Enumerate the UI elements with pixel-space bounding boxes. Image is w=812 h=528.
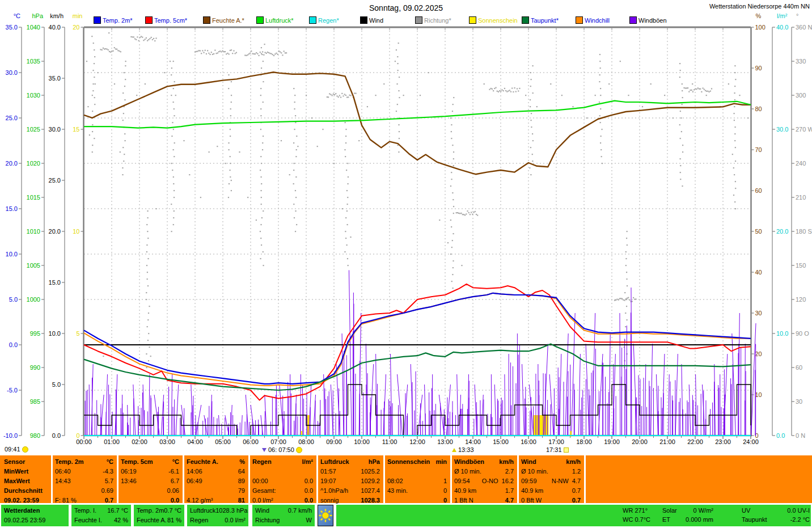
direction-dot [452,288,454,289]
direction-dot [334,94,335,95]
direction-dot [452,240,453,241]
status-datetime: 09.02.25 23:59 [4,516,66,525]
direction-dot [345,231,346,232]
direction-dot [173,149,174,150]
direction-dot [149,306,150,307]
direction-dot [680,158,681,159]
direction-dot [231,190,232,191]
direction-dot [495,87,496,88]
table-cell-row [387,467,447,475]
direction-dot [225,51,226,52]
direction-dot [146,367,147,368]
direction-dot [509,90,510,91]
direction-dot [511,87,513,88]
direction-dot [735,79,736,80]
direction-dot [697,87,699,88]
axis-tick-label: 1005 [27,262,40,269]
direction-dot [94,138,95,139]
sunrise-annotation: 06: 07:50 [262,446,302,453]
direction-dot [263,136,264,137]
axis-tick-label: 100 [755,24,766,31]
gust-spike [171,374,172,436]
direction-dot [626,238,627,239]
direction-dot [572,106,573,107]
direction-dot [173,61,174,62]
direction-dot [151,37,152,38]
direction-dot [103,356,104,357]
direction-dot [453,151,454,153]
direction-dot [249,53,251,54]
gust-spike [242,415,242,436]
direction-dot [215,53,217,54]
direction-dot [344,94,345,95]
direction-dot [466,213,467,214]
axis-tick-label: -10.0 [3,432,18,439]
direction-dot [625,258,627,259]
direction-dot [147,217,148,218]
direction-dot [600,88,601,89]
axis-tick-label: 150 [796,262,806,269]
status-box-0: Temp. I.16.7 °CFeuchte I.42 % [71,505,131,526]
direction-dot [620,61,621,62]
gust-spike [149,374,150,436]
axis-unit-label: °C [14,12,20,19]
row-label: MaxWert [4,476,49,485]
direction-dot [397,70,399,71]
table-cell-row: 19:071029.2 [320,476,380,485]
axis-tick-label: 25.0 [49,177,61,184]
table-cell-row: 43 min.0 [387,486,447,495]
direction-dot [92,111,93,112]
direction-dot [174,156,175,157]
direction-dot [262,149,263,150]
gust-spike [689,385,691,436]
direction-dot [626,272,627,273]
gust-spike [211,395,212,436]
direction-dot [205,50,206,51]
axis-tick-label: 15 [73,126,79,133]
direction-dot [133,36,134,37]
direction-dot [679,77,680,78]
direction-dot [344,149,345,150]
moon-time-label: 09:41 [5,446,20,453]
direction-dot [230,156,231,157]
axis-tick-label: 0.0 [9,341,18,348]
axis-tick-label: 985 [30,398,40,405]
x-axis-label: 06:00 [243,438,259,445]
direction-dot [632,301,633,302]
direction-dot [346,96,348,98]
direction-dot [120,151,121,153]
gust-spike [494,385,496,436]
direction-dot [626,278,627,280]
direction-dot [231,102,232,103]
direction-dot [146,265,147,266]
direction-dot [274,53,276,54]
direction-dot [147,319,149,320]
direction-dot [293,142,294,143]
direction-dot [601,129,602,130]
direction-dot [329,93,330,94]
direction-dot [682,104,683,105]
direction-dot [295,122,296,123]
direction-dot [296,224,297,225]
direction-dot [616,299,618,300]
direction-dot [147,258,149,259]
x-axis-label: 19:00 [604,438,620,445]
direction-dot [338,96,339,98]
direction-dot [148,333,149,334]
weather-symbol-sun-icon [318,505,333,526]
direction-dot [450,117,451,119]
direction-dot [106,48,107,49]
direction-dot [251,50,252,52]
direction-dot [514,87,515,88]
direction-dot [472,214,473,215]
direction-dot [517,88,518,89]
direction-dot [262,51,263,52]
sensor-column-luftdruck: LuftdruckhPa01:571025.219:071029.2^1.0hP… [318,455,382,503]
gust-spike [609,333,610,436]
direction-dot [420,95,421,96]
direction-dot [322,129,323,130]
direction-dot [690,90,691,91]
direction-dot [136,95,137,96]
direction-dot [317,146,318,147]
direction-dot [132,36,133,37]
